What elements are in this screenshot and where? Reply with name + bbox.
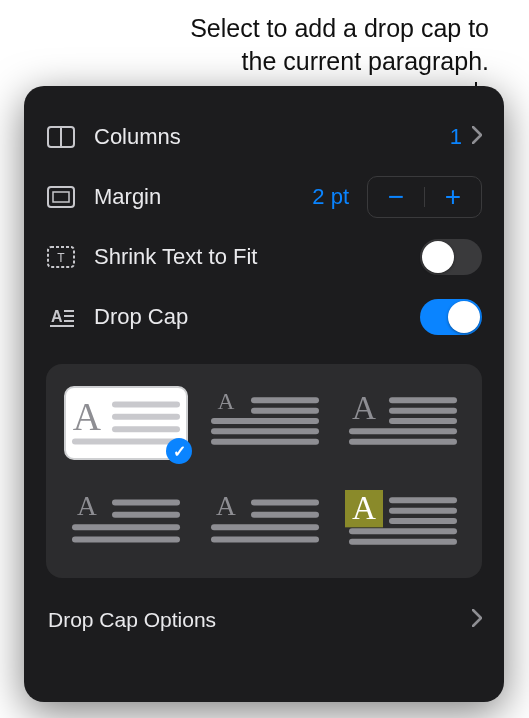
drop-cap-row: A Drop Cap xyxy=(46,288,482,346)
svg-text:A: A xyxy=(73,395,101,438)
dropcap-style-5[interactable]: A xyxy=(204,486,326,556)
svg-rect-40 xyxy=(389,497,457,503)
drop-cap-toggle[interactable] xyxy=(420,299,482,335)
dropcap-style-4[interactable]: A xyxy=(64,486,188,556)
drop-cap-styles-box: A✓AAAAA xyxy=(46,364,482,578)
dropcap-style-3[interactable]: A xyxy=(342,386,464,456)
svg-rect-17 xyxy=(251,397,319,403)
svg-rect-31 xyxy=(72,524,180,530)
svg-rect-23 xyxy=(389,397,457,403)
svg-rect-12 xyxy=(112,401,180,407)
drop-cap-icon: A xyxy=(46,302,76,332)
svg-rect-27 xyxy=(349,439,457,445)
columns-row[interactable]: Columns 1 xyxy=(46,108,482,166)
svg-rect-13 xyxy=(112,414,180,420)
svg-text:A: A xyxy=(216,491,236,521)
callout-text: Select to add a drop cap to the current … xyxy=(149,12,489,77)
margin-value: 2 pt xyxy=(312,184,349,210)
svg-rect-37 xyxy=(211,537,319,543)
svg-rect-41 xyxy=(389,508,457,514)
svg-rect-18 xyxy=(251,408,319,414)
selected-check-icon: ✓ xyxy=(166,438,192,464)
columns-icon xyxy=(46,122,76,152)
margin-row: Margin 2 pt − + xyxy=(46,168,482,226)
chevron-right-icon xyxy=(472,124,482,150)
shrink-text-icon: T xyxy=(46,242,76,272)
svg-text:A: A xyxy=(218,390,235,414)
columns-value: 1 xyxy=(450,124,462,150)
svg-rect-44 xyxy=(349,539,457,545)
svg-rect-42 xyxy=(389,518,457,524)
svg-rect-32 xyxy=(72,537,180,543)
svg-rect-35 xyxy=(251,512,319,518)
svg-text:A: A xyxy=(352,490,376,526)
shrink-text-row: T Shrink Text to Fit xyxy=(46,228,482,286)
svg-rect-30 xyxy=(112,512,180,518)
margin-icon xyxy=(46,182,76,212)
drop-cap-options-row[interactable]: Drop Cap Options xyxy=(46,592,482,648)
chevron-right-icon xyxy=(472,607,482,633)
svg-rect-2 xyxy=(48,187,74,207)
svg-rect-43 xyxy=(349,528,457,534)
svg-rect-20 xyxy=(211,428,319,434)
svg-rect-26 xyxy=(349,428,457,434)
svg-text:T: T xyxy=(57,251,65,265)
drop-cap-label: Drop Cap xyxy=(94,304,420,330)
columns-label: Columns xyxy=(94,124,450,150)
shrink-text-toggle[interactable] xyxy=(420,239,482,275)
svg-rect-15 xyxy=(72,439,180,445)
dropcap-style-2[interactable]: A xyxy=(204,386,326,456)
shrink-text-label: Shrink Text to Fit xyxy=(94,244,420,270)
svg-text:A: A xyxy=(352,390,376,426)
dropcap-style-1[interactable]: A✓ xyxy=(64,386,188,460)
drop-cap-options-label: Drop Cap Options xyxy=(48,608,216,632)
svg-rect-24 xyxy=(389,408,457,414)
drop-cap-styles-grid: A✓AAAAA xyxy=(64,386,464,556)
layout-panel: Columns 1 Margin 2 pt − + xyxy=(24,86,504,702)
svg-rect-14 xyxy=(112,426,180,432)
margin-stepper: − + xyxy=(367,176,482,218)
svg-rect-21 xyxy=(211,439,319,445)
dropcap-style-6[interactable]: A xyxy=(342,486,464,556)
svg-text:A: A xyxy=(77,491,97,521)
margin-increase-button[interactable]: + xyxy=(425,177,481,217)
svg-text:A: A xyxy=(51,308,63,325)
svg-rect-36 xyxy=(211,524,319,530)
margin-decrease-button[interactable]: − xyxy=(368,177,424,217)
svg-rect-29 xyxy=(112,499,180,505)
svg-rect-25 xyxy=(389,418,457,424)
svg-rect-19 xyxy=(211,418,319,424)
svg-rect-3 xyxy=(53,192,69,202)
margin-label: Margin xyxy=(94,184,312,210)
svg-rect-34 xyxy=(251,499,319,505)
